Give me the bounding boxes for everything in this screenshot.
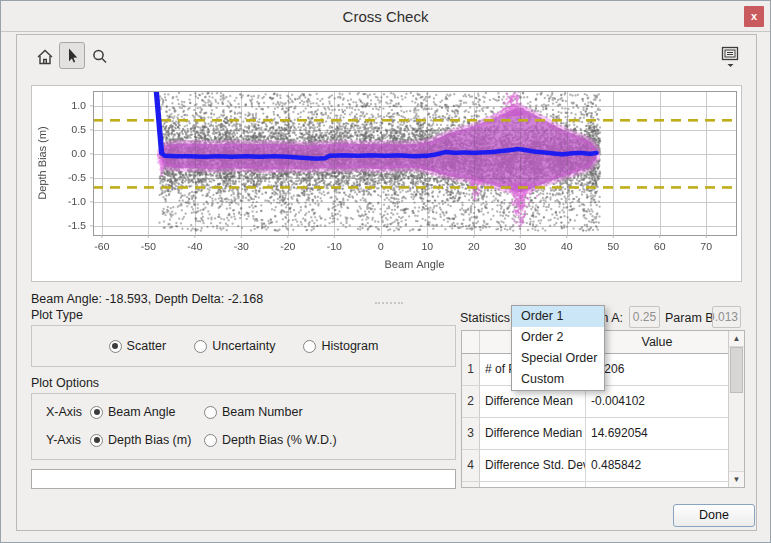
- plot-type-groupbox: Scatter Uncertainty Histogram: [31, 325, 456, 367]
- x-axis-label: X-Axis: [46, 405, 90, 419]
- param-b-field: 0.013: [712, 306, 741, 328]
- radio-scatter-circle: [109, 340, 122, 353]
- home-icon: [35, 47, 55, 67]
- radio-histogram-circle: [303, 340, 316, 353]
- param-b-label: Param B:: [665, 311, 717, 325]
- scrollbar-thumb[interactable]: [730, 347, 743, 393]
- scroll-up-icon[interactable]: ▲: [729, 331, 744, 347]
- titlebar: Cross Check x: [1, 1, 770, 32]
- table-row[interactable]: 4 Difference Std. Dev 0.485842: [462, 450, 728, 482]
- list-menu-icon: [718, 43, 742, 69]
- plot-menu-button[interactable]: [717, 42, 743, 69]
- cursor-readout: Beam Angle: -18.593, Depth Delta: -2.168: [31, 292, 263, 306]
- dropdown-item-order1[interactable]: Order 1: [512, 306, 604, 327]
- radio-depth-bias-pct[interactable]: Depth Bias (% W.D.): [204, 433, 337, 447]
- splitter-dots[interactable]: [375, 302, 403, 304]
- plot-type-label: Plot Type: [31, 308, 83, 322]
- table-scrollbar[interactable]: ▲ ▼: [728, 331, 744, 487]
- done-button[interactable]: Done: [673, 504, 755, 527]
- radio-beam-angle-circle: [90, 406, 103, 419]
- radio-scatter[interactable]: Scatter: [109, 339, 167, 353]
- radio-depth-bias-m-circle: [90, 434, 103, 447]
- dropdown-item-custom[interactable]: Custom: [512, 369, 604, 390]
- statistics-order-dropdown: Order 1 Order 2 Special Order Custom: [511, 305, 605, 391]
- dropdown-item-special-order[interactable]: Special Order: [512, 348, 604, 369]
- param-a-field: 0.25: [629, 306, 660, 328]
- statistics-label: Statistics: [460, 311, 510, 325]
- radio-depth-bias-m[interactable]: Depth Bias (m): [90, 433, 204, 447]
- zoom-tool-button[interactable]: [87, 43, 113, 70]
- close-icon[interactable]: x: [744, 6, 764, 27]
- radio-histogram[interactable]: Histogram: [303, 339, 378, 353]
- scroll-down-icon[interactable]: ▼: [729, 471, 744, 487]
- table-row[interactable]: 3 Difference Median 14.692054: [462, 418, 728, 450]
- crosscheck-scatter-plot[interactable]: [32, 86, 741, 281]
- dialog-title: Cross Check: [1, 8, 770, 25]
- radio-depth-bias-pct-circle: [204, 434, 217, 447]
- radio-beam-angle[interactable]: Beam Angle: [90, 405, 204, 419]
- cross-check-dialog: Cross Check x: [0, 0, 771, 543]
- pointer-tool-button[interactable]: [59, 42, 85, 69]
- dropdown-item-order2[interactable]: Order 2: [512, 327, 604, 348]
- radio-beam-number[interactable]: Beam Number: [204, 405, 303, 419]
- radio-uncertainty[interactable]: Uncertainty: [194, 339, 275, 353]
- y-axis-label: Y-Axis: [46, 433, 90, 447]
- radio-beam-number-circle: [204, 406, 217, 419]
- header-value[interactable]: Value: [586, 331, 728, 353]
- plot-options-label: Plot Options: [31, 376, 99, 390]
- cursor-arrow-icon: [62, 46, 82, 66]
- plot-panel: [31, 85, 742, 282]
- home-button[interactable]: [32, 43, 58, 70]
- table-row[interactable]: 5 Difference Range [-8.05, 37.79]: [462, 482, 728, 488]
- text-field[interactable]: [31, 469, 456, 489]
- header-corner[interactable]: [462, 331, 480, 353]
- search-icon: [90, 47, 110, 67]
- plot-options-groupbox: X-Axis Beam Angle Beam Number Y-Axis Dep…: [31, 393, 456, 460]
- radio-uncertainty-circle: [194, 340, 207, 353]
